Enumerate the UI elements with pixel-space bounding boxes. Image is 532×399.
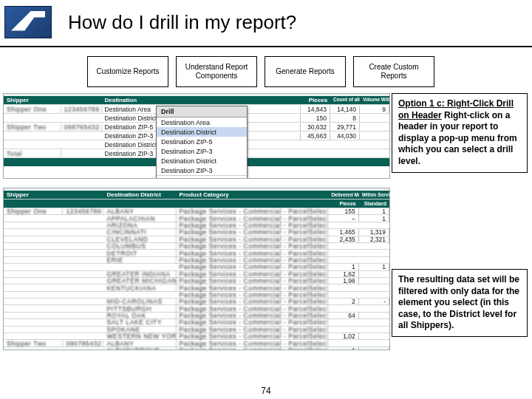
drill-menu-item[interactable]: Destination District — [157, 127, 247, 137]
col-volume[interactable]: Volume Within Service SL — [360, 98, 389, 103]
tab-understand-components[interactable]: Understand Report Components — [176, 56, 257, 87]
drill-menu-more[interactable]: More options… — [157, 175, 247, 179]
drill-context-menu[interactable]: Drill Destination AreaDestination Distri… — [156, 106, 248, 179]
report1-header: Shipper Destination Pieces Count of all … — [4, 96, 389, 105]
drill-menu-item[interactable]: Destination Area — [157, 117, 247, 127]
col-destination[interactable]: Destination — [102, 97, 162, 103]
report2-header: Shipper Destination District Product Cat… — [4, 191, 389, 200]
col-pieces[interactable]: Pieces — [301, 97, 330, 103]
callout-2-body: The resulting data set will be filtered … — [398, 274, 519, 330]
report-screenshot-1: Shipper Destination Pieces Count of all … — [3, 93, 390, 179]
title-bar: How do I drill in my report? — [0, 0, 532, 47]
tab-label: Create Custom Reports — [357, 63, 431, 81]
report-screenshot-2: Shipper Destination District Product Cat… — [3, 188, 390, 350]
slide-title: How do I drill in my report? — [68, 11, 296, 34]
tab-generate-reports[interactable]: Generate Reports — [265, 56, 346, 87]
page-number: 74 — [0, 386, 532, 396]
table-row: ALBUQUERQUEPackage Services - Commercial… — [4, 347, 389, 350]
drill-menu-item[interactable]: Destination ZIP-3 — [157, 166, 247, 175]
tab-label: Customize Reports — [96, 67, 159, 77]
col-shipper[interactable]: Shipper — [4, 97, 61, 103]
usps-logo — [4, 6, 52, 38]
drill-menu-item[interactable]: Destination ZIP-3 — [157, 146, 247, 156]
drill-menu-item[interactable]: Destination District — [157, 156, 247, 166]
tab-customize-reports[interactable]: Customize Reports — [87, 56, 168, 87]
tab-create-custom[interactable]: Create Custom Reports — [353, 56, 434, 87]
content-stage: Shipper Destination Pieces Count of all … — [0, 93, 532, 359]
drill-menu-title: Drill — [157, 106, 247, 117]
col-count[interactable]: Count of all Delivered Mail — [330, 98, 360, 103]
tab-label: Generate Reports — [276, 67, 335, 77]
callout-option-1c: Option 1 c: Right-Click Drill on Header … — [392, 93, 528, 173]
callout-result: The resulting data set will be filtered … — [392, 269, 528, 337]
report2-subheader: Pieces Standard — [4, 200, 389, 208]
drill-menu-item[interactable]: Destination ZIP-5 — [157, 137, 247, 146]
tab-row: Customize Reports Understand Report Comp… — [0, 47, 532, 93]
tab-label: Understand Report Components — [180, 63, 253, 81]
